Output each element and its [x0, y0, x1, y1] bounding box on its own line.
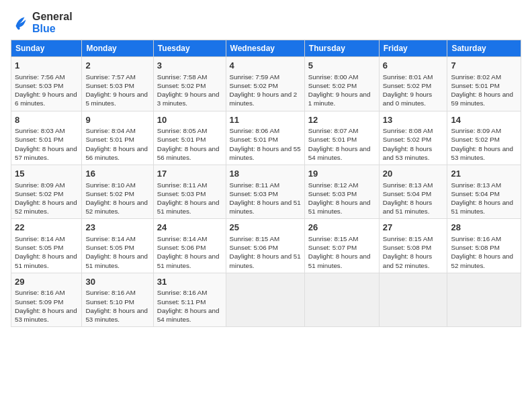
day-number: 4	[230, 60, 301, 72]
day-cell: 14Sunrise: 8:09 AMSunset: 5:02 PMDayligh…	[447, 111, 521, 165]
logo-text: General Blue	[32, 11, 73, 34]
col-header-thursday: Thursday	[304, 40, 379, 57]
day-number: 30	[85, 276, 149, 288]
day-info: Sunrise: 8:11 AMSunset: 5:03 PMDaylight:…	[157, 181, 222, 216]
day-cell: 1Sunrise: 7:56 AMSunset: 5:03 PMDaylight…	[11, 57, 82, 111]
day-number: 23	[85, 222, 149, 234]
day-number: 17	[157, 168, 222, 180]
day-info: Sunrise: 8:05 AMSunset: 5:01 PMDaylight:…	[157, 126, 222, 162]
day-info: Sunrise: 8:02 AMSunset: 5:01 PMDaylight:…	[451, 73, 517, 108]
day-cell: 13Sunrise: 8:08 AMSunset: 5:02 PMDayligh…	[379, 111, 447, 165]
day-cell: 16Sunrise: 8:10 AMSunset: 5:02 PMDayligh…	[82, 165, 153, 219]
day-info: Sunrise: 8:15 AMSunset: 5:07 PMDaylight:…	[308, 234, 375, 270]
day-number: 7	[451, 60, 517, 72]
header-row: SundayMondayTuesdayWednesdayThursdayFrid…	[11, 40, 521, 57]
day-info: Sunrise: 8:14 AMSunset: 5:05 PMDaylight:…	[85, 234, 149, 270]
day-info: Sunrise: 8:09 AMSunset: 5:02 PMDaylight:…	[451, 126, 517, 162]
day-cell	[226, 273, 304, 326]
day-number: 10	[157, 114, 222, 126]
day-cell	[379, 273, 447, 326]
day-cell: 11Sunrise: 8:06 AMSunset: 5:01 PMDayligh…	[226, 111, 304, 165]
day-number: 31	[157, 276, 222, 288]
day-number: 9	[85, 114, 149, 126]
day-info: Sunrise: 8:14 AMSunset: 5:05 PMDaylight:…	[15, 234, 78, 270]
day-cell: 17Sunrise: 8:11 AMSunset: 5:03 PMDayligh…	[153, 165, 226, 219]
col-header-monday: Monday	[82, 40, 153, 57]
col-header-saturday: Saturday	[447, 40, 521, 57]
day-number: 15	[15, 168, 78, 180]
day-cell: 25Sunrise: 8:15 AMSunset: 5:06 PMDayligh…	[226, 219, 304, 273]
day-cell: 27Sunrise: 8:15 AMSunset: 5:08 PMDayligh…	[379, 219, 447, 273]
day-info: Sunrise: 8:01 AMSunset: 5:02 PMDaylight:…	[383, 73, 444, 108]
day-info: Sunrise: 8:16 AMSunset: 5:10 PMDaylight:…	[85, 288, 149, 324]
day-cell: 2Sunrise: 7:57 AMSunset: 5:03 PMDaylight…	[82, 57, 153, 111]
header: General Blue	[11, 11, 521, 34]
week-row-2: 8Sunrise: 8:03 AMSunset: 5:01 PMDaylight…	[11, 111, 521, 165]
col-header-sunday: Sunday	[11, 40, 82, 57]
day-cell: 31Sunrise: 8:16 AMSunset: 5:11 PMDayligh…	[153, 273, 226, 326]
day-info: Sunrise: 7:58 AMSunset: 5:02 PMDaylight:…	[157, 73, 222, 108]
day-info: Sunrise: 8:03 AMSunset: 5:01 PMDaylight:…	[15, 126, 78, 162]
day-cell: 28Sunrise: 8:16 AMSunset: 5:08 PMDayligh…	[447, 219, 521, 273]
day-info: Sunrise: 8:16 AMSunset: 5:09 PMDaylight:…	[15, 288, 78, 324]
day-info: Sunrise: 8:15 AMSunset: 5:08 PMDaylight:…	[383, 234, 444, 270]
day-number: 24	[157, 222, 222, 234]
day-cell: 3Sunrise: 7:58 AMSunset: 5:02 PMDaylight…	[153, 57, 226, 111]
day-cell: 22Sunrise: 8:14 AMSunset: 5:05 PMDayligh…	[11, 219, 82, 273]
calendar-container: General Blue SundayMondayTuesdayWednesda…	[0, 0, 532, 334]
day-cell: 9Sunrise: 8:04 AMSunset: 5:01 PMDaylight…	[82, 111, 153, 165]
day-cell: 8Sunrise: 8:03 AMSunset: 5:01 PMDaylight…	[11, 111, 82, 165]
day-info: Sunrise: 7:56 AMSunset: 5:03 PMDaylight:…	[15, 73, 78, 108]
day-info: Sunrise: 8:07 AMSunset: 5:01 PMDaylight:…	[308, 126, 375, 162]
day-number: 18	[230, 168, 301, 180]
day-cell: 18Sunrise: 8:11 AMSunset: 5:03 PMDayligh…	[226, 165, 304, 219]
day-cell: 12Sunrise: 8:07 AMSunset: 5:01 PMDayligh…	[304, 111, 379, 165]
day-cell: 26Sunrise: 8:15 AMSunset: 5:07 PMDayligh…	[304, 219, 379, 273]
day-cell: 20Sunrise: 8:13 AMSunset: 5:04 PMDayligh…	[379, 165, 447, 219]
calendar-table: SundayMondayTuesdayWednesdayThursdayFrid…	[11, 40, 521, 327]
day-cell: 10Sunrise: 8:05 AMSunset: 5:01 PMDayligh…	[153, 111, 226, 165]
day-cell: 21Sunrise: 8:13 AMSunset: 5:04 PMDayligh…	[447, 165, 521, 219]
day-number: 16	[85, 168, 149, 180]
week-row-4: 22Sunrise: 8:14 AMSunset: 5:05 PMDayligh…	[11, 219, 521, 273]
day-cell	[447, 273, 521, 326]
day-number: 25	[230, 222, 301, 234]
day-info: Sunrise: 8:09 AMSunset: 5:02 PMDaylight:…	[15, 181, 78, 216]
col-header-friday: Friday	[379, 40, 447, 57]
day-info: Sunrise: 8:11 AMSunset: 5:03 PMDaylight:…	[230, 181, 301, 216]
logo: General Blue	[11, 11, 73, 34]
day-info: Sunrise: 8:04 AMSunset: 5:01 PMDaylight:…	[85, 126, 149, 162]
day-number: 8	[15, 114, 78, 126]
day-cell: 15Sunrise: 8:09 AMSunset: 5:02 PMDayligh…	[11, 165, 82, 219]
col-header-wednesday: Wednesday	[226, 40, 304, 57]
day-cell: 6Sunrise: 8:01 AMSunset: 5:02 PMDaylight…	[379, 57, 447, 111]
day-number: 28	[451, 222, 517, 234]
day-info: Sunrise: 8:14 AMSunset: 5:06 PMDaylight:…	[157, 234, 222, 270]
day-info: Sunrise: 8:10 AMSunset: 5:02 PMDaylight:…	[85, 181, 149, 216]
day-number: 11	[230, 114, 301, 126]
day-number: 1	[15, 60, 78, 72]
day-info: Sunrise: 8:06 AMSunset: 5:01 PMDaylight:…	[230, 126, 301, 162]
day-cell	[304, 273, 379, 326]
day-info: Sunrise: 7:59 AMSunset: 5:02 PMDaylight:…	[230, 73, 301, 108]
day-cell: 19Sunrise: 8:12 AMSunset: 5:03 PMDayligh…	[304, 165, 379, 219]
logo-icon	[11, 13, 30, 32]
day-info: Sunrise: 7:57 AMSunset: 5:03 PMDaylight:…	[85, 73, 149, 108]
day-info: Sunrise: 8:13 AMSunset: 5:04 PMDaylight:…	[383, 181, 444, 216]
day-info: Sunrise: 8:00 AMSunset: 5:02 PMDaylight:…	[308, 73, 375, 108]
day-number: 3	[157, 60, 222, 72]
day-cell: 23Sunrise: 8:14 AMSunset: 5:05 PMDayligh…	[82, 219, 153, 273]
day-number: 5	[308, 60, 375, 72]
day-number: 13	[383, 114, 444, 126]
day-info: Sunrise: 8:13 AMSunset: 5:04 PMDaylight:…	[451, 181, 517, 216]
day-number: 27	[383, 222, 444, 234]
day-info: Sunrise: 8:16 AMSunset: 5:08 PMDaylight:…	[451, 234, 517, 270]
week-row-5: 29Sunrise: 8:16 AMSunset: 5:09 PMDayligh…	[11, 273, 521, 326]
day-cell: 29Sunrise: 8:16 AMSunset: 5:09 PMDayligh…	[11, 273, 82, 326]
day-number: 22	[15, 222, 78, 234]
day-cell: 24Sunrise: 8:14 AMSunset: 5:06 PMDayligh…	[153, 219, 226, 273]
day-cell: 7Sunrise: 8:02 AMSunset: 5:01 PMDaylight…	[447, 57, 521, 111]
day-cell: 4Sunrise: 7:59 AMSunset: 5:02 PMDaylight…	[226, 57, 304, 111]
day-info: Sunrise: 8:16 AMSunset: 5:11 PMDaylight:…	[157, 288, 222, 324]
day-number: 21	[451, 168, 517, 180]
